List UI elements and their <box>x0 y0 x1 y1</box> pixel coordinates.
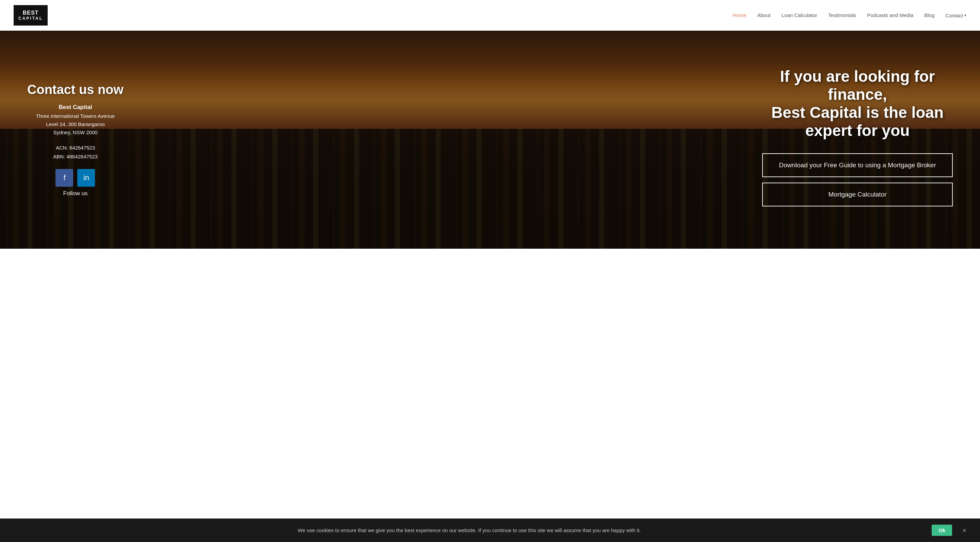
nav-item-testimonials[interactable]: Testimonials <box>828 12 856 18</box>
nav-item-home[interactable]: Home <box>733 12 746 18</box>
nav-link-home[interactable]: Home <box>733 12 746 18</box>
nav-link-testimonials[interactable]: Testimonials <box>828 12 856 18</box>
nav-link-about[interactable]: About <box>757 12 771 18</box>
hero-left-panel: Contact us now Best Capital Three Intern… <box>27 83 124 197</box>
acn: ACN: 642647523 <box>56 145 95 151</box>
logo-line1: BEST <box>23 10 39 16</box>
address-line2: Level 24, 300 Barangaroo <box>46 121 105 127</box>
hero-headline: If you are looking for finance, Best Cap… <box>762 67 953 140</box>
mortgage-calculator-button[interactable]: Mortgage Calculator <box>762 183 953 206</box>
navbar: BEST CAPITAL Home About Loan Calculator … <box>0 0 980 31</box>
abn-acn: ACN: 642647523 ABN: 48642647523 <box>27 143 124 161</box>
company-name: Best Capital <box>27 104 124 111</box>
facebook-icon: f <box>63 174 65 182</box>
nav-link-podcasts[interactable]: Podcasts and Media <box>867 12 913 18</box>
hero-section: Contact us now Best Capital Three Intern… <box>0 31 980 249</box>
linkedin-button[interactable]: in <box>77 169 95 187</box>
nav-item-loan-calculator[interactable]: Loan Calculator <box>781 12 817 18</box>
download-guide-button[interactable]: Download your Free Guide to using a Mort… <box>762 153 953 177</box>
nav-item-about[interactable]: About <box>757 12 771 18</box>
headline-line2: Best Capital is the loan expert for you <box>772 104 943 139</box>
social-icons: f in <box>27 169 124 187</box>
abn: ABN: 48642647523 <box>53 154 98 159</box>
nav-link-loan-calculator[interactable]: Loan Calculator <box>781 12 817 18</box>
chevron-down-icon: ▾ <box>964 13 966 18</box>
contact-heading: Contact us now <box>27 83 124 97</box>
hero-content: Contact us now Best Capital Three Intern… <box>0 67 980 212</box>
follow-us-label: Follow us <box>27 190 124 197</box>
address-line1: Three International Towers Avenue <box>36 113 115 119</box>
headline-line1: If you are looking for finance, <box>780 67 935 103</box>
address-line3: Sydney, NSW 2000 <box>53 129 98 135</box>
nav-links: Home About Loan Calculator Testimonials … <box>733 12 966 18</box>
below-hero-section <box>0 249 980 269</box>
nav-item-blog[interactable]: Blog <box>924 12 934 18</box>
logo-line2: CAPITAL <box>18 16 43 21</box>
nav-item-podcasts[interactable]: Podcasts and Media <box>867 12 913 18</box>
address: Three International Towers Avenue Level … <box>27 112 124 137</box>
nav-item-contact[interactable]: Contact ▾ <box>945 13 966 18</box>
hero-right-panel: If you are looking for finance, Best Cap… <box>762 67 953 212</box>
linkedin-icon: in <box>83 174 89 182</box>
nav-link-blog[interactable]: Blog <box>924 12 934 18</box>
nav-link-contact[interactable]: Contact <box>945 13 963 18</box>
facebook-button[interactable]: f <box>56 169 73 187</box>
logo[interactable]: BEST CAPITAL <box>14 5 48 26</box>
